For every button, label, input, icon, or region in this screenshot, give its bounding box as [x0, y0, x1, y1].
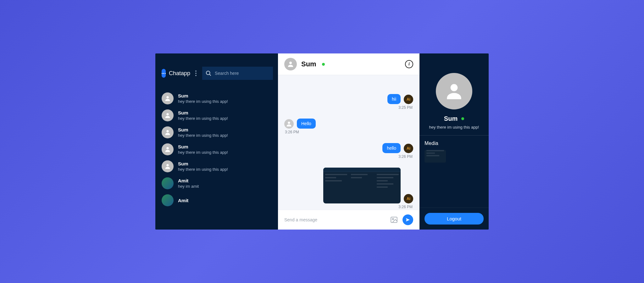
contact-name: Sum: [178, 144, 228, 149]
sender-avatar: [284, 119, 294, 129]
svg-point-7: [289, 62, 292, 64]
contact-avatar: [162, 177, 174, 189]
sender-avatar-ai: Ai: [404, 144, 413, 153]
sidebar: Chatapp Sumhey there im using this app!S…: [155, 53, 278, 230]
contact-avatar: [162, 109, 174, 121]
sidebar-header: Chatapp: [155, 53, 278, 84]
app-name: Chatapp: [169, 70, 190, 77]
svg-point-5: [166, 147, 169, 149]
contact-avatar: [162, 160, 174, 172]
chat-header: Sum i: [278, 53, 419, 75]
message-bubble: hello: [382, 143, 401, 153]
search-icon: [205, 70, 212, 76]
chat-input-bar: [278, 210, 419, 230]
contact-preview: hey im amit: [178, 184, 199, 189]
contact-preview: hey there im using this app!: [178, 133, 228, 138]
contact-name: Sum: [178, 161, 228, 166]
info-button[interactable]: i: [405, 60, 413, 68]
contact-item[interactable]: Amithey im amit: [155, 175, 278, 192]
app-logo-icon: [162, 69, 166, 78]
message-bubble: hii: [387, 94, 401, 104]
profile-summary: Sum hey there im using this app!: [419, 53, 489, 136]
contact-preview: hey there im using this app!: [178, 99, 228, 104]
more-menu-icon[interactable]: [195, 70, 197, 76]
profile-name-row: Sum: [444, 115, 464, 122]
sender-avatar-ai: Ai: [404, 194, 413, 203]
contact-info: Amithey im amit: [178, 178, 199, 189]
contact-preview: hey there im using this app!: [178, 116, 228, 121]
contact-name: Sum: [178, 93, 228, 98]
contact-name: Sum: [178, 110, 228, 115]
contact-item[interactable]: Sumhey there im using this app!: [155, 107, 278, 124]
contact-name: Amit: [178, 178, 199, 183]
contacts-list: Sumhey there im using this app!Sumhey th…: [155, 84, 278, 212]
peer-name: Sum: [301, 60, 316, 68]
chat-panel: Sum i hiiAi3:25 PMHello3:26 PMhelloAi3:2…: [278, 53, 419, 230]
contact-info: Sumhey there im using this app!: [178, 93, 228, 104]
send-button[interactable]: [402, 214, 413, 225]
message-right: helloAi3:26 PM: [284, 143, 413, 159]
messages-list: hiiAi3:25 PMHello3:26 PMhelloAi3:26 PMAi…: [278, 75, 419, 210]
message-time: 3:25 PM: [398, 105, 413, 110]
profile-avatar: [436, 73, 472, 109]
contact-item[interactable]: Sumhey there im using this app!: [155, 90, 278, 107]
message-bubble: Hello: [297, 119, 316, 129]
contact-item[interactable]: Sumhey there im using this app!: [155, 141, 278, 158]
profile-status-text: hey there im using this app!: [429, 125, 479, 130]
contact-name: Amit: [178, 198, 188, 203]
contact-avatar: [162, 143, 174, 155]
contact-info: Sumhey there im using this app!: [178, 161, 228, 172]
message-time: 3:26 PM: [398, 154, 413, 159]
svg-rect-9: [391, 217, 397, 222]
contact-avatar: [162, 92, 174, 104]
logout-section: Logout: [419, 208, 489, 230]
contact-avatar: [162, 194, 174, 206]
contact-info: Amit: [178, 198, 188, 203]
message-time: 3:26 PM: [398, 205, 413, 209]
message-left: Hello3:26 PM: [284, 119, 413, 134]
online-status-dot: [322, 63, 325, 66]
contact-preview: hey there im using this app!: [178, 167, 228, 172]
svg-line-1: [209, 74, 211, 75]
message-image[interactable]: [323, 168, 401, 203]
logout-button[interactable]: Logout: [425, 213, 484, 225]
svg-point-2: [166, 96, 169, 98]
profile-name: Sum: [444, 115, 458, 122]
svg-point-0: [206, 71, 210, 75]
chat-application: Chatapp Sumhey there im using this app!S…: [155, 53, 489, 230]
svg-point-10: [392, 219, 394, 220]
peer-avatar: [284, 58, 297, 70]
contact-name: Sum: [178, 127, 228, 132]
svg-point-11: [451, 84, 458, 91]
contact-item[interactable]: Sumhey there im using this app!: [155, 158, 278, 175]
svg-point-4: [166, 130, 169, 132]
media-heading: Media: [425, 141, 484, 146]
profile-online-dot: [461, 117, 464, 120]
contact-avatar: [162, 126, 174, 138]
media-thumbnail[interactable]: [425, 150, 446, 163]
svg-point-6: [166, 164, 169, 166]
contact-item[interactable]: Sumhey there im using this app!: [155, 124, 278, 141]
attach-image-icon[interactable]: [390, 216, 398, 224]
contact-preview: hey there im using this app!: [178, 150, 228, 155]
message-time: 3:26 PM: [285, 130, 299, 134]
search-field[interactable]: [202, 67, 273, 80]
sender-avatar-ai: Ai: [404, 95, 413, 104]
svg-point-8: [288, 122, 290, 124]
message-right: Ai3:26 PM: [284, 168, 413, 209]
contact-item[interactable]: Amit: [155, 192, 278, 209]
message-input[interactable]: [284, 217, 386, 222]
contact-info: Sumhey there im using this app!: [178, 127, 228, 138]
message-right: hiiAi3:25 PM: [284, 94, 413, 110]
media-section: Media: [419, 136, 489, 208]
send-icon: [405, 217, 410, 222]
search-input[interactable]: [215, 71, 270, 76]
contact-info: Sumhey there im using this app!: [178, 110, 228, 121]
profile-panel: Sum hey there im using this app! Media L…: [419, 53, 489, 230]
svg-point-3: [166, 113, 169, 115]
contact-info: Sumhey there im using this app!: [178, 144, 228, 155]
